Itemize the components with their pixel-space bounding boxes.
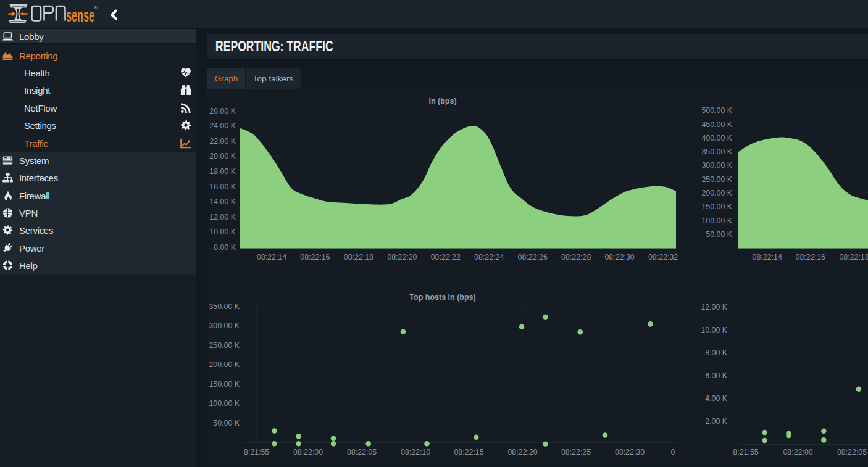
svg-text:300.00 K: 300.00 K [209, 321, 240, 330]
svg-text:500.00 K: 500.00 K [701, 106, 732, 115]
svg-text:08:22:20: 08:22:20 [507, 448, 537, 457]
svg-text:16.00 K: 16.00 K [209, 183, 236, 191]
svg-text:08:22:25: 08:22:25 [561, 448, 591, 457]
svg-text:08:22:15: 08:22:15 [454, 448, 483, 457]
svg-text:08:22:14: 08:22:14 [753, 253, 782, 262]
svg-text:10.00 K: 10.00 K [701, 326, 727, 334]
svg-text:In (bps): In (bps) [428, 97, 456, 105]
svg-text:0: 0 [671, 448, 675, 457]
svg-text:08:22:05: 08:22:05 [347, 448, 377, 457]
svg-text:8.00 K: 8.00 K [705, 349, 728, 357]
svg-text:350.00 K: 350.00 K [701, 147, 732, 156]
svg-text:08:22:20: 08:22:20 [387, 253, 417, 262]
svg-text:8.00 K: 8.00 K [214, 243, 236, 252]
svg-text:08:22:00: 08:22:00 [783, 448, 812, 457]
svg-text:2.00 K: 2.00 K [705, 417, 728, 426]
svg-text:08:22:30: 08:22:30 [615, 448, 645, 457]
svg-text:08:22:16: 08:22:16 [300, 253, 330, 262]
svg-text:100.00 K: 100.00 K [701, 217, 732, 225]
svg-text:24.00 K: 24.00 K [209, 122, 236, 130]
svg-text:8:21:55: 8:21:55 [244, 448, 269, 457]
svg-text:250.00 K: 250.00 K [209, 341, 240, 350]
svg-text:08:22:10: 08:22:10 [401, 448, 430, 457]
svg-text:250.00 K: 250.00 K [701, 175, 732, 184]
svg-text:08:22:18: 08:22:18 [344, 253, 373, 262]
svg-text:350.00 K: 350.00 K [209, 302, 240, 311]
svg-text:14.00 K: 14.00 K [209, 197, 236, 206]
svg-text:100.00 K: 100.00 K [209, 399, 240, 408]
svg-text:200.00 K: 200.00 K [701, 189, 732, 197]
svg-text:08:22:05: 08:22:05 [837, 448, 867, 457]
svg-text:12.00 K: 12.00 K [209, 213, 236, 221]
svg-text:08:22:32: 08:22:32 [648, 253, 678, 262]
svg-text:18.00 K: 18.00 K [209, 167, 236, 176]
svg-text:26.00 K: 26.00 K [209, 107, 236, 115]
svg-text:08:22:14: 08:22:14 [257, 253, 286, 262]
svg-text:08:22:24: 08:22:24 [474, 253, 504, 262]
svg-text:08:22:30: 08:22:30 [604, 253, 634, 262]
svg-text:50.00 K: 50.00 K [213, 419, 240, 428]
svg-text:450.00 K: 450.00 K [701, 120, 732, 129]
svg-text:150.00 K: 150.00 K [209, 380, 240, 389]
svg-text:12.00 K: 12.00 K [701, 303, 727, 312]
svg-text:300.00 K: 300.00 K [701, 161, 732, 170]
svg-text:400.00 K: 400.00 K [701, 134, 732, 143]
svg-text:08:22:28: 08:22:28 [561, 253, 591, 262]
svg-text:20.00 K: 20.00 K [209, 152, 236, 160]
svg-text:Top hosts in (bps): Top hosts in (bps) [409, 293, 475, 302]
svg-text:4.00 K: 4.00 K [705, 394, 728, 403]
svg-text:08:22:16: 08:22:16 [796, 253, 825, 262]
svg-text:10.00 K: 10.00 K [209, 228, 236, 236]
svg-text:08:22:18: 08:22:18 [839, 253, 868, 262]
svg-text:08:22:00: 08:22:00 [293, 448, 323, 457]
svg-text:08:22:22: 08:22:22 [431, 253, 461, 262]
svg-text:08:22:26: 08:22:26 [518, 253, 548, 262]
svg-text:200.00 K: 200.00 K [209, 360, 240, 369]
svg-text:150.00 K: 150.00 K [701, 202, 732, 211]
svg-text:50.00 K: 50.00 K [706, 230, 732, 239]
svg-text:22.00 K: 22.00 K [209, 137, 236, 146]
svg-text:8:21:55: 8:21:55 [733, 448, 758, 457]
svg-text:6.00 K: 6.00 K [705, 371, 728, 380]
